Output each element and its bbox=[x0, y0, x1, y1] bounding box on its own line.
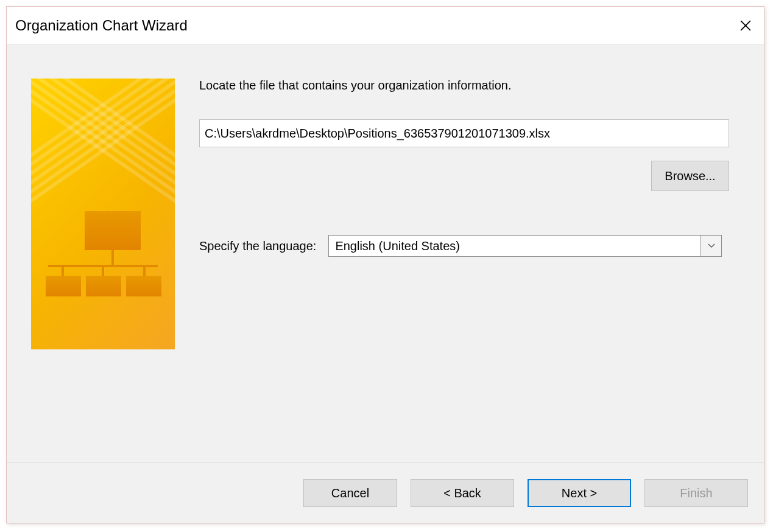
finish-button: Finish bbox=[644, 479, 748, 507]
instruction-text: Locate the file that contains your organ… bbox=[199, 79, 746, 93]
dialog-body: Locate the file that contains your organ… bbox=[7, 44, 764, 523]
wizard-dialog: Organization Chart Wizard Locate the fil… bbox=[6, 6, 764, 523]
dialog-title: Organization Chart Wizard bbox=[15, 17, 188, 34]
wizard-footer: Cancel < Back Next > Finish bbox=[7, 463, 764, 523]
titlebar: Organization Chart Wizard bbox=[7, 7, 764, 44]
cancel-button[interactable]: Cancel bbox=[303, 479, 397, 507]
browse-row: Browse... bbox=[199, 161, 729, 191]
close-button[interactable] bbox=[739, 19, 752, 32]
language-dropdown[interactable]: English (United States) bbox=[328, 235, 722, 257]
wizard-illustration bbox=[31, 79, 175, 349]
next-button[interactable]: Next > bbox=[528, 479, 631, 507]
content-area: Locate the file that contains your organ… bbox=[7, 44, 764, 463]
filepath-input[interactable] bbox=[199, 119, 729, 147]
browse-button[interactable]: Browse... bbox=[651, 161, 729, 191]
back-button[interactable]: < Back bbox=[411, 479, 514, 507]
chevron-down-icon bbox=[708, 243, 715, 248]
close-icon bbox=[740, 20, 751, 31]
language-label: Specify the language: bbox=[199, 239, 316, 253]
form-area: Locate the file that contains your organ… bbox=[199, 79, 746, 463]
language-row: Specify the language: English (United St… bbox=[199, 235, 746, 257]
dropdown-toggle[interactable] bbox=[701, 236, 721, 256]
language-selected-value: English (United States) bbox=[329, 236, 701, 256]
